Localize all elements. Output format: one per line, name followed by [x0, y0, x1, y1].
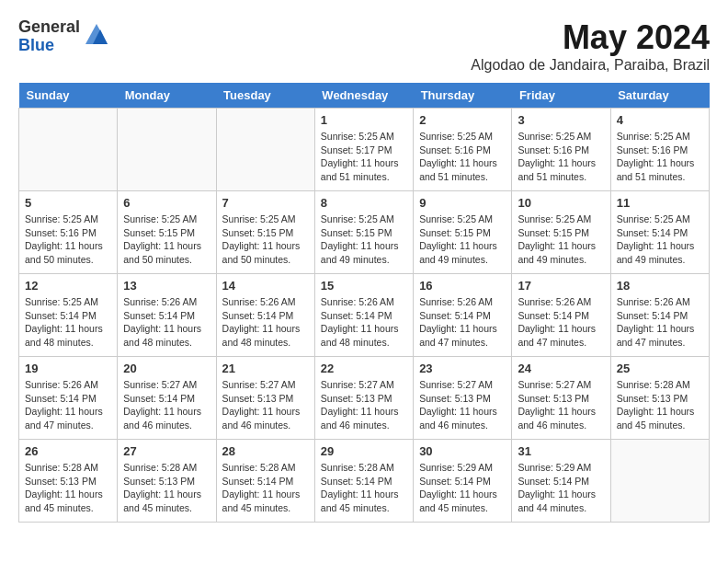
- day-number: 3: [518, 113, 604, 127]
- day-number: 29: [321, 444, 407, 458]
- calendar-cell: 16Sunrise: 5:26 AM Sunset: 5:14 PM Dayli…: [414, 274, 512, 357]
- day-number: 21: [222, 362, 309, 375]
- weekday-header-friday: Friday: [512, 83, 610, 109]
- calendar-cell: 31Sunrise: 5:29 AM Sunset: 5:14 PM Dayli…: [512, 440, 610, 523]
- day-info: Sunrise: 5:25 AM Sunset: 5:16 PM Dayligh…: [419, 130, 506, 184]
- calendar-cell: 6Sunrise: 5:25 AM Sunset: 5:15 PM Daylig…: [118, 191, 216, 274]
- day-info: Sunrise: 5:25 AM Sunset: 5:16 PM Dayligh…: [518, 130, 604, 184]
- day-number: 12: [25, 279, 111, 293]
- day-info: Sunrise: 5:27 AM Sunset: 5:13 PM Dayligh…: [518, 378, 604, 432]
- weekday-header-thursday: Thursday: [414, 83, 512, 109]
- day-number: 13: [123, 279, 210, 293]
- week-row-1: 5Sunrise: 5:25 AM Sunset: 5:16 PM Daylig…: [19, 191, 710, 274]
- calendar-cell: 22Sunrise: 5:27 AM Sunset: 5:13 PM Dayli…: [314, 357, 413, 440]
- day-number: 23: [419, 362, 506, 375]
- day-number: 18: [617, 279, 703, 293]
- day-info: Sunrise: 5:27 AM Sunset: 5:13 PM Dayligh…: [321, 378, 407, 432]
- calendar-cell: 11Sunrise: 5:25 AM Sunset: 5:14 PM Dayli…: [610, 191, 709, 274]
- calendar-cell: [118, 109, 216, 191]
- day-number: 27: [123, 444, 210, 458]
- day-info: Sunrise: 5:27 AM Sunset: 5:14 PM Dayligh…: [123, 378, 210, 432]
- day-info: Sunrise: 5:26 AM Sunset: 5:14 PM Dayligh…: [321, 295, 407, 350]
- day-number: 15: [321, 279, 407, 293]
- calendar-cell: 15Sunrise: 5:26 AM Sunset: 5:14 PM Dayli…: [314, 274, 413, 357]
- calendar-cell: 28Sunrise: 5:28 AM Sunset: 5:14 PM Dayli…: [216, 440, 314, 523]
- day-number: 28: [222, 444, 309, 458]
- calendar-cell: 19Sunrise: 5:26 AM Sunset: 5:14 PM Dayli…: [19, 357, 118, 440]
- day-info: Sunrise: 5:25 AM Sunset: 5:15 PM Dayligh…: [518, 213, 604, 267]
- day-number: 6: [123, 196, 210, 210]
- day-number: 8: [321, 196, 407, 210]
- day-info: Sunrise: 5:27 AM Sunset: 5:13 PM Dayligh…: [222, 378, 309, 432]
- week-row-3: 19Sunrise: 5:26 AM Sunset: 5:14 PM Dayli…: [19, 357, 710, 440]
- calendar-cell: 26Sunrise: 5:28 AM Sunset: 5:13 PM Dayli…: [19, 440, 118, 523]
- weekday-header-sunday: Sunday: [19, 83, 118, 109]
- day-info: Sunrise: 5:25 AM Sunset: 5:15 PM Dayligh…: [419, 213, 506, 267]
- week-row-0: 1Sunrise: 5:25 AM Sunset: 5:17 PM Daylig…: [19, 109, 710, 191]
- weekday-header-wednesday: Wednesday: [314, 83, 413, 109]
- day-number: 16: [419, 279, 506, 293]
- logo-icon: [84, 22, 109, 52]
- day-info: Sunrise: 5:28 AM Sunset: 5:13 PM Dayligh…: [25, 461, 111, 515]
- day-number: 24: [518, 362, 604, 375]
- day-number: 20: [123, 362, 210, 375]
- day-number: 30: [419, 444, 506, 458]
- calendar-cell: 5Sunrise: 5:25 AM Sunset: 5:16 PM Daylig…: [19, 191, 118, 274]
- calendar-cell: 14Sunrise: 5:26 AM Sunset: 5:14 PM Dayli…: [216, 274, 314, 357]
- day-number: 26: [25, 444, 111, 458]
- day-number: 17: [518, 279, 604, 293]
- month-title: May 2024: [471, 18, 710, 57]
- logo: General Blue: [18, 18, 109, 55]
- calendar-cell: 21Sunrise: 5:27 AM Sunset: 5:13 PM Dayli…: [216, 357, 314, 440]
- day-number: 14: [222, 279, 309, 293]
- page-header: General Blue May 2024 Algodao de Jandair…: [18, 18, 710, 74]
- day-info: Sunrise: 5:25 AM Sunset: 5:16 PM Dayligh…: [617, 130, 703, 184]
- calendar-cell: 24Sunrise: 5:27 AM Sunset: 5:13 PM Dayli…: [512, 357, 610, 440]
- location: Algodao de Jandaira, Paraiba, Brazil: [471, 57, 710, 74]
- calendar-cell: 25Sunrise: 5:28 AM Sunset: 5:13 PM Dayli…: [610, 357, 709, 440]
- day-info: Sunrise: 5:26 AM Sunset: 5:14 PM Dayligh…: [25, 378, 111, 432]
- day-number: 31: [518, 444, 604, 458]
- calendar-cell: 30Sunrise: 5:29 AM Sunset: 5:14 PM Dayli…: [414, 440, 512, 523]
- calendar-cell: 7Sunrise: 5:25 AM Sunset: 5:15 PM Daylig…: [216, 191, 314, 274]
- day-number: 2: [419, 113, 506, 127]
- day-number: 11: [617, 196, 703, 210]
- calendar-cell: 10Sunrise: 5:25 AM Sunset: 5:15 PM Dayli…: [512, 191, 610, 274]
- calendar-cell: 20Sunrise: 5:27 AM Sunset: 5:14 PM Dayli…: [118, 357, 216, 440]
- day-info: Sunrise: 5:26 AM Sunset: 5:14 PM Dayligh…: [518, 295, 604, 350]
- calendar-cell: 8Sunrise: 5:25 AM Sunset: 5:15 PM Daylig…: [314, 191, 413, 274]
- day-number: 1: [321, 113, 407, 127]
- day-number: 4: [617, 113, 703, 127]
- calendar-cell: 17Sunrise: 5:26 AM Sunset: 5:14 PM Dayli…: [512, 274, 610, 357]
- weekday-header-saturday: Saturday: [610, 83, 709, 109]
- day-info: Sunrise: 5:25 AM Sunset: 5:14 PM Dayligh…: [617, 213, 703, 267]
- calendar-table: SundayMondayTuesdayWednesdayThursdayFrid…: [18, 83, 710, 523]
- calendar-cell: 13Sunrise: 5:26 AM Sunset: 5:14 PM Dayli…: [118, 274, 216, 357]
- logo-blue: Blue: [18, 37, 80, 55]
- day-info: Sunrise: 5:27 AM Sunset: 5:13 PM Dayligh…: [419, 378, 506, 432]
- day-number: 10: [518, 196, 604, 210]
- day-info: Sunrise: 5:29 AM Sunset: 5:14 PM Dayligh…: [419, 461, 506, 515]
- day-info: Sunrise: 5:28 AM Sunset: 5:14 PM Dayligh…: [222, 461, 309, 515]
- calendar-cell: 27Sunrise: 5:28 AM Sunset: 5:13 PM Dayli…: [118, 440, 216, 523]
- day-info: Sunrise: 5:28 AM Sunset: 5:13 PM Dayligh…: [123, 461, 210, 515]
- calendar-cell: 9Sunrise: 5:25 AM Sunset: 5:15 PM Daylig…: [414, 191, 512, 274]
- calendar-cell: [216, 109, 314, 191]
- day-info: Sunrise: 5:25 AM Sunset: 5:15 PM Dayligh…: [123, 213, 210, 267]
- calendar-cell: 12Sunrise: 5:25 AM Sunset: 5:14 PM Dayli…: [19, 274, 118, 357]
- day-number: 9: [419, 196, 506, 210]
- header-row: SundayMondayTuesdayWednesdayThursdayFrid…: [19, 83, 710, 109]
- day-info: Sunrise: 5:25 AM Sunset: 5:17 PM Dayligh…: [321, 130, 407, 184]
- day-number: 25: [617, 362, 703, 375]
- day-info: Sunrise: 5:28 AM Sunset: 5:13 PM Dayligh…: [617, 378, 703, 432]
- day-info: Sunrise: 5:25 AM Sunset: 5:16 PM Dayligh…: [25, 213, 111, 267]
- day-number: 19: [25, 362, 111, 375]
- calendar-cell: 29Sunrise: 5:28 AM Sunset: 5:14 PM Dayli…: [314, 440, 413, 523]
- day-info: Sunrise: 5:26 AM Sunset: 5:14 PM Dayligh…: [222, 295, 309, 350]
- day-info: Sunrise: 5:25 AM Sunset: 5:15 PM Dayligh…: [222, 213, 309, 267]
- title-block: May 2024 Algodao de Jandaira, Paraiba, B…: [471, 18, 710, 74]
- calendar-cell: 3Sunrise: 5:25 AM Sunset: 5:16 PM Daylig…: [512, 109, 610, 191]
- day-number: 5: [25, 196, 111, 210]
- calendar-cell: [610, 440, 709, 523]
- logo-general: General: [18, 18, 80, 37]
